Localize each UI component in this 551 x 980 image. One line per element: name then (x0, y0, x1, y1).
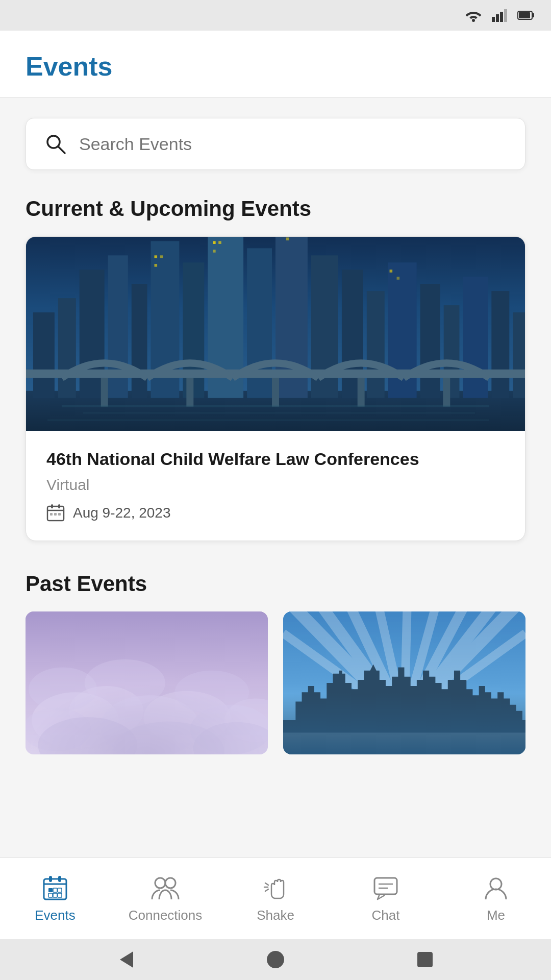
svg-line-101 (265, 889, 268, 891)
past-events-section: Past Events (26, 572, 525, 754)
event-card-1[interactable]: 46th National Child Welfare Law Conferen… (26, 236, 525, 541)
svg-rect-108 (417, 952, 433, 967)
nav-item-connections[interactable]: Connections (110, 864, 220, 934)
connections-nav-icon (151, 874, 180, 902)
svg-rect-6 (532, 13, 534, 17)
svg-line-78 (405, 611, 408, 720)
events-nav-label: Events (35, 908, 76, 923)
svg-point-66 (224, 698, 268, 742)
current-events-section: Current & Upcoming Events (26, 197, 525, 541)
page-header: Events (0, 31, 551, 97)
svg-point-72 (174, 671, 249, 714)
event-date-text-1: Aug 9-22, 2023 (73, 505, 171, 521)
shake-nav-icon (261, 874, 290, 902)
svg-rect-57 (54, 513, 57, 516)
nav-item-shake[interactable]: Shake (220, 864, 331, 934)
svg-rect-13 (58, 298, 76, 398)
svg-rect-3 (500, 12, 503, 22)
svg-point-107 (267, 951, 284, 968)
nav-item-events[interactable]: Events (0, 864, 110, 934)
svg-point-0 (472, 19, 475, 22)
svg-rect-30 (463, 277, 488, 398)
svg-rect-1 (492, 17, 495, 22)
svg-point-64 (143, 691, 231, 743)
current-events-title: Current & Upcoming Events (26, 197, 525, 221)
svg-rect-40 (286, 237, 289, 240)
past-event-card-purple[interactable] (26, 611, 268, 754)
event-name-1: 46th National Child Welfare Law Conferen… (46, 449, 505, 469)
event-info-1: 46th National Child Welfare Law Conferen… (26, 431, 525, 541)
connections-nav-label: Connections (129, 908, 203, 923)
svg-rect-91 (48, 888, 53, 892)
svg-rect-36 (213, 241, 216, 244)
svg-rect-4 (504, 9, 507, 22)
svg-rect-55 (58, 504, 60, 508)
svg-rect-95 (53, 893, 57, 897)
bottom-nav: Events Connections Shake (0, 857, 551, 939)
svg-rect-14 (80, 270, 105, 398)
svg-rect-51 (47, 420, 489, 421)
svg-rect-94 (48, 893, 53, 897)
chat-nav-label: Chat (372, 908, 400, 923)
svg-point-105 (490, 878, 502, 890)
event-location-1: Virtual (46, 476, 505, 494)
svg-rect-32 (513, 312, 525, 398)
svg-rect-28 (420, 284, 440, 398)
svg-rect-89 (49, 876, 52, 882)
chat-nav-icon (371, 874, 400, 902)
svg-rect-93 (58, 888, 62, 892)
svg-rect-43 (26, 370, 525, 378)
svg-rect-31 (491, 291, 509, 398)
svg-rect-37 (218, 241, 221, 244)
svg-rect-7 (519, 12, 530, 18)
svg-rect-50 (83, 412, 475, 414)
svg-point-98 (165, 878, 176, 888)
svg-rect-96 (58, 893, 62, 897)
svg-rect-87 (44, 879, 66, 899)
svg-rect-16 (132, 284, 147, 398)
back-button[interactable] (116, 949, 136, 970)
system-nav (0, 939, 551, 980)
svg-rect-44 (101, 378, 108, 407)
recents-button[interactable] (415, 949, 435, 970)
svg-point-71 (85, 659, 165, 707)
svg-point-97 (155, 878, 165, 888)
search-icon (44, 133, 67, 155)
events-nav-icon (41, 874, 69, 902)
svg-rect-90 (58, 876, 61, 882)
svg-line-99 (265, 883, 268, 885)
main-content: Current & Upcoming Events (0, 97, 551, 887)
svg-point-67 (38, 717, 137, 754)
svg-line-9 (58, 146, 65, 153)
svg-rect-42 (397, 277, 400, 280)
svg-rect-12 (33, 312, 55, 398)
svg-rect-86 (283, 732, 525, 754)
nav-item-me[interactable]: Me (441, 864, 551, 934)
svg-rect-45 (186, 378, 193, 407)
svg-rect-48 (443, 378, 450, 407)
svg-rect-58 (58, 513, 61, 516)
svg-rect-2 (496, 14, 499, 22)
past-event-card-blue[interactable] (283, 611, 525, 754)
nav-item-chat[interactable]: Chat (331, 864, 441, 934)
search-bar[interactable] (26, 118, 525, 170)
svg-rect-35 (154, 264, 157, 267)
svg-rect-20 (211, 237, 220, 241)
svg-rect-38 (213, 250, 216, 253)
svg-rect-41 (390, 270, 393, 273)
wifi-icon (464, 9, 483, 22)
search-input[interactable] (79, 134, 507, 154)
svg-point-60 (32, 692, 119, 748)
svg-rect-47 (358, 378, 365, 407)
svg-point-68 (113, 722, 224, 754)
shake-nav-label: Shake (257, 908, 294, 923)
svg-rect-59 (26, 611, 268, 754)
me-nav-label: Me (487, 908, 505, 923)
home-button[interactable] (265, 949, 286, 970)
svg-rect-34 (160, 255, 163, 258)
svg-rect-46 (272, 378, 279, 407)
signal-icon (491, 9, 509, 22)
svg-rect-54 (51, 504, 53, 508)
svg-marker-106 (120, 951, 133, 968)
svg-rect-56 (50, 513, 53, 516)
